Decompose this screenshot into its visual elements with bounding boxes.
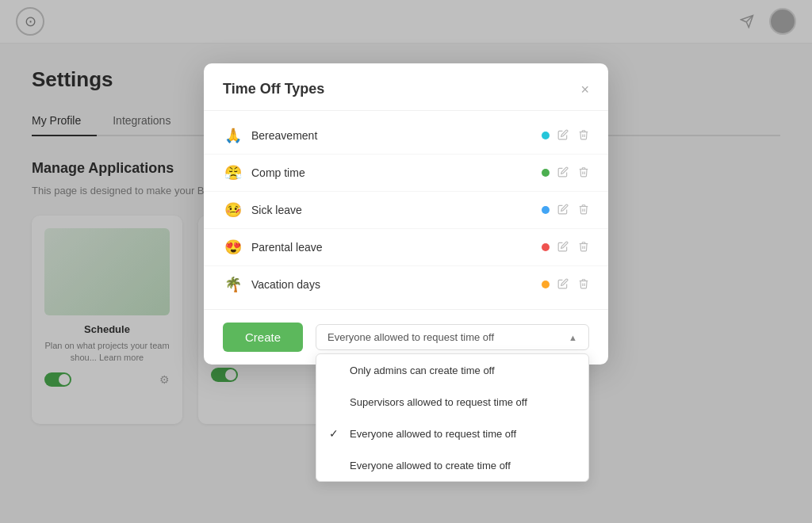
- vacationdays-delete-icon[interactable]: [578, 278, 589, 292]
- modal-close-button[interactable]: ×: [580, 82, 589, 97]
- dropdown-option-everyone-request-label: Everyone allowed to request time off: [350, 428, 516, 440]
- bereavement-dot: [542, 132, 550, 139]
- dropdown-option-admins-label: Only admins can create time off: [350, 365, 495, 376]
- comptime-emoji: 😤: [223, 164, 243, 181]
- vacationdays-edit-icon[interactable]: [557, 278, 569, 292]
- dropdown-option-admins[interactable]: Only admins can create time off: [316, 354, 588, 386]
- modal-footer: Create Everyone allowed to request time …: [204, 309, 608, 365]
- parentalleave-name: Parental leave: [251, 241, 530, 254]
- permissions-dropdown-menu: Only admins can create time off Supervis…: [316, 353, 589, 482]
- sickleave-edit-icon[interactable]: [557, 204, 569, 217]
- parentalleave-dot: [542, 243, 550, 251]
- check-icon-everyone-create: [329, 459, 342, 471]
- dropdown-option-everyone-create-label: Everyone allowed to create time off: [350, 460, 511, 471]
- parentalleave-actions: [557, 241, 589, 254]
- sickleave-emoji: 🤒: [223, 201, 243, 219]
- list-item: 🙏 Bereavement: [204, 117, 608, 155]
- comptime-delete-icon[interactable]: [578, 166, 589, 180]
- list-item: 🌴 Vacation days: [204, 266, 608, 303]
- parentalleave-emoji: 😍: [223, 239, 243, 256]
- permissions-dropdown-trigger[interactable]: Everyone allowed to request time off ▲: [316, 324, 589, 350]
- bereavement-name: Bereavement: [251, 129, 530, 142]
- sickleave-dot: [542, 206, 550, 214]
- check-icon-everyone-request: ✓: [329, 427, 342, 440]
- bereavement-edit-icon[interactable]: [557, 129, 569, 143]
- bereavement-delete-icon[interactable]: [578, 129, 589, 143]
- parentalleave-edit-icon[interactable]: [557, 241, 569, 254]
- comptime-name: Comp time: [251, 166, 530, 179]
- dropdown-option-everyone-request[interactable]: ✓ Everyone allowed to request time off: [316, 418, 588, 449]
- modal-title: Time Off Types: [223, 81, 324, 97]
- sickleave-actions: [557, 204, 589, 217]
- list-item: 😍 Parental leave: [204, 229, 608, 266]
- parentalleave-delete-icon[interactable]: [578, 241, 589, 254]
- permissions-dropdown-selected: Everyone allowed to request time off: [327, 331, 494, 343]
- vacationdays-emoji: 🌴: [223, 276, 243, 293]
- chevron-up-icon: ▲: [569, 333, 577, 342]
- bereavement-emoji: 🙏: [223, 127, 243, 144]
- modal-body: 🙏 Bereavement 😤 Comp time: [204, 111, 608, 309]
- create-button[interactable]: Create: [223, 323, 303, 352]
- dropdown-option-everyone-create[interactable]: Everyone allowed to create time off: [316, 449, 588, 481]
- modal-header: Time Off Types ×: [204, 63, 608, 111]
- time-off-types-modal: Time Off Types × 🙏 Bereavement 😤 Comp ti…: [204, 63, 608, 365]
- vacationdays-name: Vacation days: [251, 278, 530, 291]
- comptime-edit-icon[interactable]: [557, 166, 569, 180]
- list-item: 🤒 Sick leave: [204, 192, 608, 229]
- vacationdays-dot: [542, 281, 550, 288]
- vacationdays-actions: [557, 278, 589, 292]
- check-icon-admins: [329, 364, 342, 376]
- sickleave-name: Sick leave: [251, 204, 530, 216]
- comptime-dot: [542, 169, 550, 177]
- dropdown-option-supervisors-label: Supervisors allowed to request time off: [350, 396, 527, 408]
- bereavement-actions: [557, 129, 589, 143]
- comptime-actions: [557, 166, 589, 180]
- permissions-dropdown-wrapper: Everyone allowed to request time off ▲ O…: [316, 324, 589, 350]
- check-icon-supervisors: [329, 395, 342, 408]
- dropdown-option-supervisors[interactable]: Supervisors allowed to request time off: [316, 386, 588, 418]
- sickleave-delete-icon[interactable]: [578, 204, 589, 217]
- list-item: 😤 Comp time: [204, 155, 608, 192]
